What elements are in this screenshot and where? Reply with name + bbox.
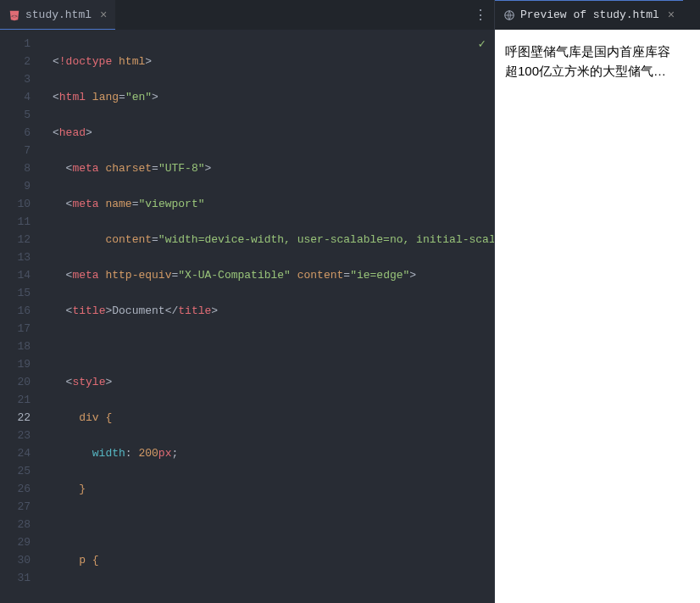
preview-tab-bar: Preview of study.html × xyxy=(495,0,700,30)
tab-label: study.html xyxy=(25,8,92,21)
code-content[interactable]: <!doctype html> <html lang="en"> <head> … xyxy=(42,30,494,603)
close-icon[interactable]: × xyxy=(100,8,107,22)
preview-viewport[interactable]: 呼图壁储气库是国内首座库容超100亿立方米的大型储气库，目前世界第六、亚洲第一，… xyxy=(495,30,700,603)
editor-pane: <> study.html × ⋮ ✓ 1 2 3 4 5 6 7 8 9 10… xyxy=(0,0,495,603)
svg-text:<>: <> xyxy=(11,13,18,19)
line-gutter: 1 2 3 4 5 6 7 8 9 10 11 12 13 14 15 16 1… xyxy=(0,30,42,603)
close-icon[interactable]: × xyxy=(668,8,675,22)
preview-paragraph: 呼图壁储气库是国内首座库容超100亿立方米的大型储气库，目前世界第六、亚洲第一，… xyxy=(505,42,675,81)
tab-study-html[interactable]: <> study.html × xyxy=(0,0,115,30)
kebab-icon[interactable]: ⋮ xyxy=(474,7,487,24)
html-file-icon: <> xyxy=(8,9,20,21)
code-editor[interactable]: ✓ 1 2 3 4 5 6 7 8 9 10 11 12 13 14 15 16… xyxy=(0,30,494,603)
preview-pane: Preview of study.html × 呼图壁储气库是国内首座库容超10… xyxy=(495,0,700,603)
tab-bar-actions: ⋮ xyxy=(474,7,494,24)
globe-icon xyxy=(503,9,515,21)
editor-tab-bar: <> study.html × ⋮ xyxy=(0,0,494,30)
tab-preview[interactable]: Preview of study.html × xyxy=(495,0,683,30)
preview-tab-label: Preview of study.html xyxy=(520,8,659,21)
